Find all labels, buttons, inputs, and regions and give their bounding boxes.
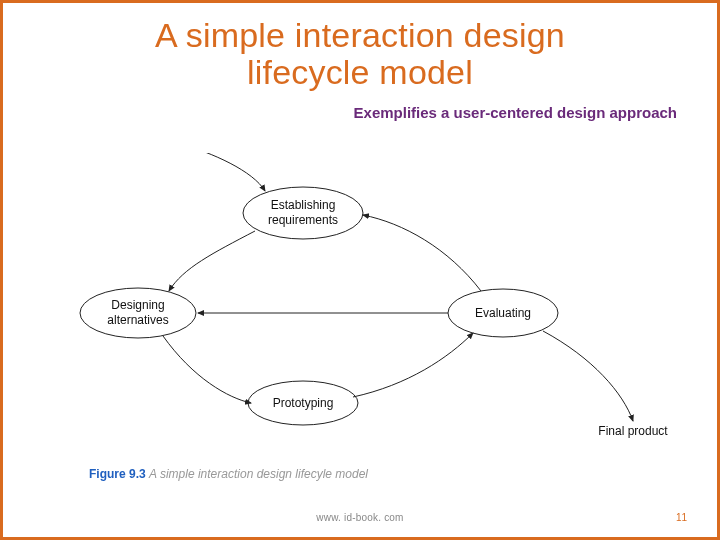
- figure-caption-text: A simple interaction design lifecyle mod…: [149, 467, 368, 481]
- diagram-svg: Establishing requirements Designing alte…: [3, 153, 720, 473]
- slide-title: A simple interaction design lifecycle mo…: [3, 3, 717, 98]
- final-product-label: Final product: [598, 424, 668, 438]
- figure-caption: Figure 9.3 A simple interaction design l…: [89, 467, 368, 481]
- arrow-establishing-to-designing: [169, 231, 255, 291]
- node-prototyping-label: Prototyping: [273, 396, 334, 410]
- arrow-evaluating-to-establishing: [363, 215, 481, 291]
- arrow-prototyping-to-evaluating: [353, 333, 473, 397]
- slide-subtitle: Exemplifies a user-centered design appro…: [3, 98, 717, 121]
- node-designing-label-1: Designing: [111, 298, 164, 312]
- figure-number: Figure 9.3: [89, 467, 146, 481]
- node-establishing-label-1: Establishing: [271, 198, 336, 212]
- arrow-designing-to-prototyping: [163, 336, 251, 403]
- title-line-1: A simple interaction design: [155, 16, 565, 54]
- arrow-evaluating-to-final: [543, 331, 633, 421]
- node-evaluating-label: Evaluating: [475, 306, 531, 320]
- arrow-entry: [178, 153, 265, 191]
- footer-url: www. id-book. com: [3, 512, 717, 523]
- node-designing-label-2: alternatives: [107, 313, 168, 327]
- lifecycle-diagram: Establishing requirements Designing alte…: [3, 153, 717, 473]
- slide-number: 11: [676, 512, 687, 523]
- title-line-2: lifecycle model: [247, 53, 473, 91]
- node-establishing-label-2: requirements: [268, 213, 338, 227]
